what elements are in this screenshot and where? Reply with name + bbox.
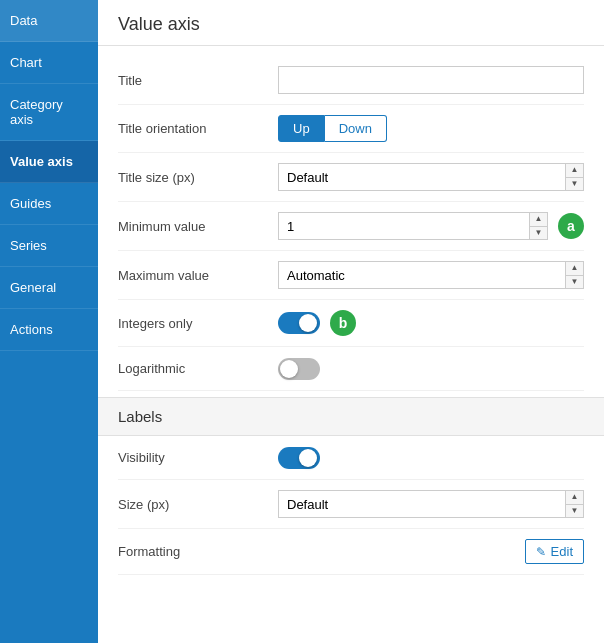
formatting-edit-button[interactable]: ✎ Edit [525,539,584,564]
logarithmic-toggle[interactable] [278,358,320,380]
integers-toggle-thumb [299,314,317,332]
maximum-label: Maximum value [118,268,278,283]
sidebar-item-chart[interactable]: Chart [0,42,98,84]
size-up-button[interactable]: ▲ [566,491,583,505]
visibility-toggle-thumb [299,449,317,467]
size-down-button[interactable]: ▼ [566,505,583,518]
sidebar-item-guides[interactable]: Guides [0,183,98,225]
title-size-field-row: Title size (px) Default ▲ ▼ [118,153,584,202]
orientation-up-button[interactable]: Up [278,115,325,142]
minimum-up-button[interactable]: ▲ [530,213,547,227]
size-input[interactable] [279,491,565,517]
main-panel: Value axis Title Title orientation Up Do… [98,0,604,643]
integers-control: b [278,310,584,336]
sidebar-item-data[interactable]: Data [0,0,98,42]
logarithmic-toggle-thumb [280,360,298,378]
minimum-down-button[interactable]: ▼ [530,227,547,240]
title-size-input[interactable]: Default [279,164,565,190]
integers-toggle[interactable] [278,312,320,334]
maximum-down-button[interactable]: ▼ [566,276,583,289]
visibility-field-row: Visibility [118,436,584,480]
title-field-row: Title [118,56,584,105]
sidebar-item-general[interactable]: General [0,267,98,309]
visibility-control [278,447,584,469]
logarithmic-label: Logarithmic [118,361,278,376]
title-size-up-button[interactable]: ▲ [566,164,583,178]
maximum-up-button[interactable]: ▲ [566,262,583,276]
logarithmic-field-row: Logarithmic [118,347,584,391]
bubble-b: b [330,310,356,336]
size-label: Size (px) [118,497,278,512]
sidebar-item-actions[interactable]: Actions [0,309,98,351]
title-label: Title [118,73,278,88]
size-field-row: Size (px) ▲ ▼ [118,480,584,529]
edit-btn-label: Edit [551,544,573,559]
sidebar-item-value-axis[interactable]: Value axis [0,141,98,183]
title-control [278,66,584,94]
title-size-control: Default ▲ ▼ [278,163,584,191]
maximum-spinner: Automatic ▲ ▼ [278,261,584,289]
orientation-label: Title orientation [118,121,278,136]
edit-icon: ✎ [536,545,546,559]
minimum-label: Minimum value [118,219,278,234]
formatting-label: Formatting [118,544,278,559]
sidebar-item-series[interactable]: Series [0,225,98,267]
minimum-field-row: Minimum value ▲ ▼ a [118,202,584,251]
title-size-down-button[interactable]: ▼ [566,178,583,191]
orientation-btn-group: Up Down [278,115,387,142]
minimum-control: ▲ ▼ a [278,212,584,240]
integers-label: Integers only [118,316,278,331]
title-input[interactable] [278,66,584,94]
orientation-control: Up Down [278,115,584,142]
labels-section-header: Labels [98,397,604,436]
bubble-a: a [558,213,584,239]
content-area: Title Title orientation Up Down Title si… [98,46,604,585]
size-buttons: ▲ ▼ [565,491,583,517]
visibility-toggle[interactable] [278,447,320,469]
sidebar-item-category-axis[interactable]: Category axis [0,84,98,141]
logarithmic-control [278,358,584,380]
size-control: ▲ ▼ [278,490,584,518]
size-spinner: ▲ ▼ [278,490,584,518]
formatting-control: ✎ Edit [278,539,584,564]
orientation-down-button[interactable]: Down [325,115,387,142]
maximum-field-row: Maximum value Automatic ▲ ▼ [118,251,584,300]
title-size-spinner: Default ▲ ▼ [278,163,584,191]
title-size-label: Title size (px) [118,170,278,185]
minimum-spinner: ▲ ▼ [278,212,548,240]
minimum-input[interactable] [279,213,529,239]
integers-field-row: Integers only b [118,300,584,347]
maximum-control: Automatic ▲ ▼ [278,261,584,289]
maximum-input[interactable]: Automatic [279,262,565,288]
formatting-field-row: Formatting ✎ Edit [118,529,584,575]
minimum-buttons: ▲ ▼ [529,213,547,239]
visibility-label: Visibility [118,450,278,465]
title-size-buttons: ▲ ▼ [565,164,583,190]
maximum-buttons: ▲ ▼ [565,262,583,288]
sidebar: Data Chart Category axis Value axis Guid… [0,0,98,643]
page-title: Value axis [98,0,604,46]
orientation-field-row: Title orientation Up Down [118,105,584,153]
